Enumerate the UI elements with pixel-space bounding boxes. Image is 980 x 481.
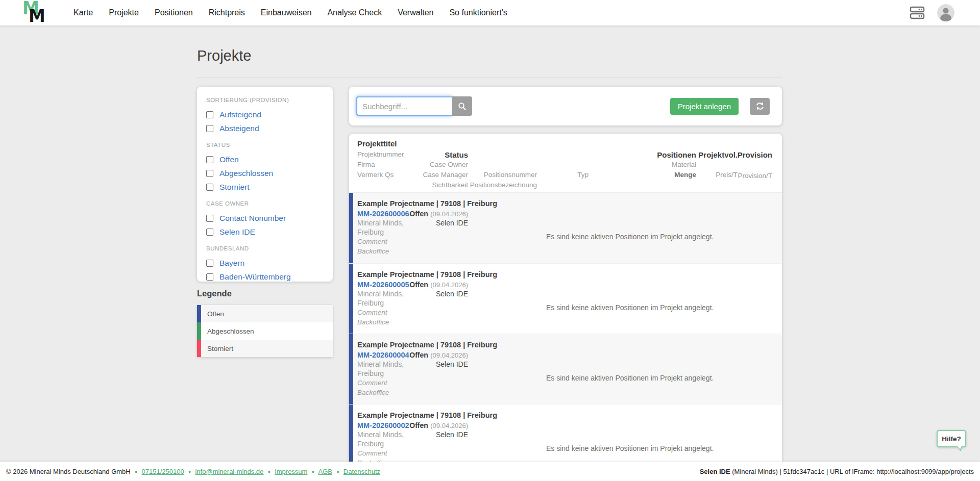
search-input[interactable] [356,96,452,116]
project-title: Example Projectname | 79108 | Freiburg [357,269,497,280]
project-note: Backoffice [357,317,497,327]
table-row: Example Projectname | 79108 | Freiburg M… [349,263,782,334]
col-projektvol: Projektvol. [698,150,738,159]
footer-impressum-link[interactable]: Impressum [275,468,307,475]
col-typ: Typ [577,171,589,179]
filter-section-sortierung: SORTIERUNG (PROVISION) Aufsteigend Abste… [206,97,324,135]
col-case-manager: Case Manager [423,171,468,179]
status-date: (09.04.2026) [430,210,468,218]
legend-label: Abgeschlossen [207,327,254,335]
footer-separator: • [268,468,271,475]
footer-separator: • [337,468,339,475]
filter-option-storniert[interactable]: Storniert [206,180,324,194]
checkbox-baden-wuerttemberg[interactable] [206,273,213,281]
project-comment: Comment [357,448,497,458]
col-firma: Firma [357,161,375,168]
footer-left: © 2026 Mineral Minds Deutschland GmbH • … [6,468,380,475]
status-value: Offen [409,210,428,218]
nav-item-projekte[interactable]: Projekte [109,8,139,17]
legend-item-offen: Offen [197,305,333,322]
filter-link-absteigend[interactable]: Absteigend [219,124,259,133]
footer-agb-link[interactable]: AGB [318,468,332,475]
refresh-button[interactable] [750,98,770,115]
status-date: (09.04.2026) [430,281,468,289]
checkbox-storniert[interactable] [206,184,213,191]
checkbox-offen[interactable] [206,156,213,163]
project-title: Example Projectname | 79108 | Freiburg [357,339,497,350]
no-positions-message: Es sind keine aktiven Positionen im Proj… [546,444,714,452]
filter-option-offen[interactable]: Offen [206,153,324,166]
nav-item-karte[interactable]: Karte [74,8,93,17]
checkbox-bayern[interactable] [206,260,213,267]
session-user: Selen IDE [700,468,730,475]
filter-option-abgeschlossen[interactable]: Abgeschlossen [206,166,324,180]
project-city: Freiburg [357,439,497,448]
checkbox-abgeschlossen[interactable] [206,170,213,177]
filter-option-aufsteigend[interactable]: Aufsteigend [206,108,324,121]
legend-list: Offen Abgeschlossen Storniert [197,305,333,357]
nav-item-positionen[interactable]: Positionen [155,8,193,17]
filter-option-selen-ide[interactable]: Selen IDE [206,225,324,239]
col-preis-t: Preis/T [716,171,738,179]
filter-section-label: STATUS [206,142,324,148]
checkbox-selen-ide[interactable] [206,229,213,236]
filter-option-contact-nonumber[interactable]: Contact Nonumber [206,211,324,225]
col-provision: Provision [738,150,772,159]
col-status: Status [445,150,468,159]
nav-item-analyse-check[interactable]: Analyse Check [327,8,382,17]
filter-link-abgeschlossen[interactable]: Abgeschlossen [219,169,273,178]
table-header: Projekttitel Projektnummer Status Positi… [349,134,782,193]
nav-item-einbauweisen[interactable]: Einbauweisen [261,8,312,17]
filter-link-storniert[interactable]: Storniert [219,183,250,192]
col-positionsnummer: Positionsnummer [484,171,537,179]
footer-email-link[interactable]: info@mineral-minds.de [195,468,263,475]
svg-text:M: M [29,6,45,24]
filter-link-offen[interactable]: Offen [219,155,239,164]
status-date: (09.04.2026) [430,422,468,429]
filter-option-absteigend[interactable]: Absteigend [206,121,324,135]
col-vermerk-qs: Vermerk Qs [357,171,394,179]
nav-item-so-funktionierts[interactable]: So funktioniert's [449,8,507,17]
col-material: Material [672,161,696,168]
col-case-owner: Case Owner [430,161,468,168]
project-status-block: Offen (09.04.2026) Selen IDE [409,280,468,299]
filter-link-contact-nonumber[interactable]: Contact Nonumber [219,214,286,223]
projects-table: Projekttitel Projektnummer Status Positi… [349,134,782,462]
filter-link-selen-ide[interactable]: Selen IDE [219,227,255,237]
checkbox-absteigend[interactable] [206,125,213,132]
legend-color-cancelled [197,340,201,357]
refresh-arrows-icon [755,102,765,110]
col-projektnummer: Projektnummer [357,150,404,158]
magnifier-icon [458,102,467,111]
help-button[interactable]: Hilfe? [937,430,966,447]
case-owner-value: Selen IDE [409,430,468,440]
legend-item-storniert: Storniert [197,340,333,357]
filter-option-bayern[interactable]: Bayern [206,256,324,270]
legend-color-done [197,322,201,340]
server-rack-icon[interactable] [910,6,925,20]
session-info: Selen IDE (Mineral Minds) | 51fdc347ac1c… [700,468,974,475]
create-project-button[interactable]: Projekt anlegen [670,98,739,115]
nav-item-verwalten[interactable]: Verwalten [398,8,433,17]
user-avatar[interactable] [937,4,954,21]
filter-link-bayern[interactable]: Bayern [219,259,244,268]
toolbar-card: Projekt anlegen [349,87,782,125]
filter-link-baden-wuerttemberg[interactable]: Baden-Württemberg [219,272,291,282]
project-status-block: Offen (09.04.2026) Selen IDE [409,209,468,228]
search-button[interactable] [452,96,472,116]
footer-phone-link[interactable]: 07151/250100 [142,468,184,475]
checkbox-aufsteigend[interactable] [206,111,213,118]
filter-link-aufsteigend[interactable]: Aufsteigend [219,110,261,119]
filter-section-status: STATUS Offen Abgeschlossen Storniert [206,142,324,194]
filter-option-baden-wuerttemberg[interactable]: Baden-Württemberg [206,270,324,284]
checkbox-contact-nonumber[interactable] [206,215,213,222]
no-positions-message: Es sind keine aktiven Positionen im Proj… [546,303,714,312]
project-note: Backoffice [357,388,497,397]
project-title: Example Projectname | 79108 | Freiburg [357,410,497,421]
filter-sidebar: SORTIERUNG (PROVISION) Aufsteigend Abste… [197,87,333,282]
footer-datenschutz-link[interactable]: Datenschutz [344,468,380,475]
case-owner-value: Selen IDE [409,360,468,369]
nav-item-richtpreis[interactable]: Richtpreis [209,8,245,17]
footer-separator: • [312,468,314,475]
brand-logo[interactable]: M M [22,1,48,24]
